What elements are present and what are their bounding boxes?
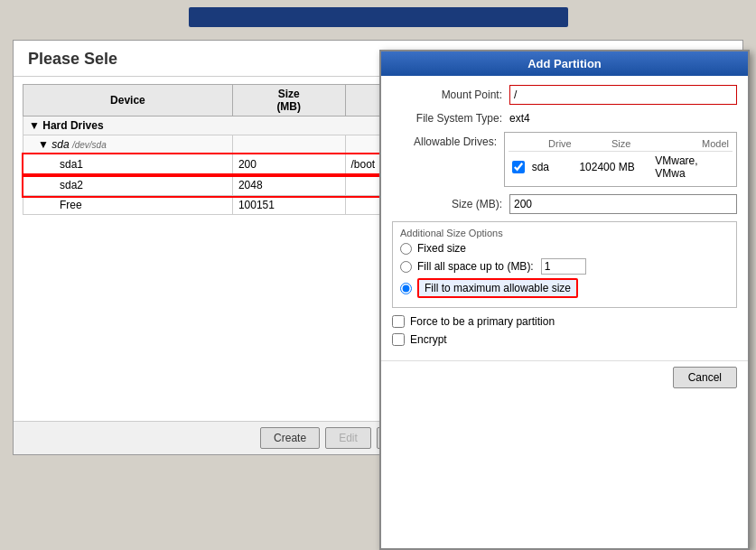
progress-bar [189,7,568,27]
fillup-radio[interactable] [400,261,412,273]
size-mb-input[interactable] [509,194,737,214]
col-size: Size(MB) [232,85,345,117]
drives-col-drive: Drive [548,138,593,149]
size-option-fillup: Fill all space up to (MB): [400,258,729,275]
fillmax-radio[interactable] [400,283,412,294]
drives-col-check [512,138,530,149]
size-mb-row: Size (MB): [392,194,737,214]
size-options-group: Additional Size Options Fixed size Fill … [392,221,737,308]
drives-col-model: Model [702,138,729,149]
primary-partition-label: Force to be a primary partition [410,315,555,328]
drive-sda-model: VMware, VMwa [655,154,729,180]
dialog-footer: Cancel [381,360,748,394]
drive-row-sda: sda 102400 MB VMware, VMwa [509,152,733,182]
encrypt-row: Encrypt [392,333,737,346]
filesystem-label: File System Type: [392,112,509,125]
mount-point-label: Mount Point: [392,89,509,101]
size-mb-label: Size (MB): [392,198,509,210]
primary-partition-checkbox[interactable] [392,315,405,328]
sda1-device: sda1 [23,154,233,175]
size-option-fixed: Fixed size [400,242,729,255]
drive-sda-name: sda [532,161,573,173]
top-bar [0,0,756,34]
allowable-drives-row: Allowable Drives: Drive Size Model sda 1… [392,132,737,187]
mount-point-input[interactable] [509,85,737,105]
sda-label: ▼ sda /dev/sda [23,135,233,154]
primary-partition-row: Force to be a primary partition [392,315,737,328]
fixed-size-label: Fixed size [417,242,466,255]
dialog-body: Mount Point: File System Type: ext4 Allo… [381,76,748,360]
free-size: 100151 [232,196,345,215]
drive-sda-checkbox[interactable] [512,161,525,173]
create-button[interactable]: Create [260,427,320,449]
encrypt-checkbox[interactable] [392,333,405,346]
fixed-size-radio[interactable] [400,243,412,255]
encrypt-label: Encrypt [410,333,447,346]
edit-button[interactable]: Edit [325,427,371,449]
size-option-fillmax: Fill to maximum allowable size [400,278,729,298]
add-partition-dialog: Add Partition Mount Point: File System T… [379,50,750,550]
drives-col-size: Size [611,138,684,149]
allowable-drives-label: Allowable Drives: [392,132,504,148]
mount-point-row: Mount Point: [392,85,737,105]
filesystem-row: File System Type: ext4 [392,112,737,125]
fillup-input[interactable] [541,258,586,275]
sda2-size: 2048 [232,175,345,196]
size-options-legend: Additional Size Options [400,228,729,238]
fillmax-label: Fill to maximum allowable size [417,278,578,298]
sda-size [232,135,345,154]
cancel-button[interactable]: Cancel [673,367,737,388]
fillup-label: Fill all space up to (MB): [417,260,534,273]
drives-header: Drive Size Model [509,136,733,152]
drive-sda-size: 102400 MB [579,161,648,173]
col-device: Device [23,85,233,117]
free-label: Free [23,196,233,215]
sda1-size: 200 [232,154,345,175]
allowable-drives-box: Drive Size Model sda 102400 MB VMware, V… [504,132,737,187]
dialog-title: Add Partition [381,51,748,76]
sda2-device: sda2 [23,175,233,196]
filesystem-value: ext4 [509,112,530,125]
